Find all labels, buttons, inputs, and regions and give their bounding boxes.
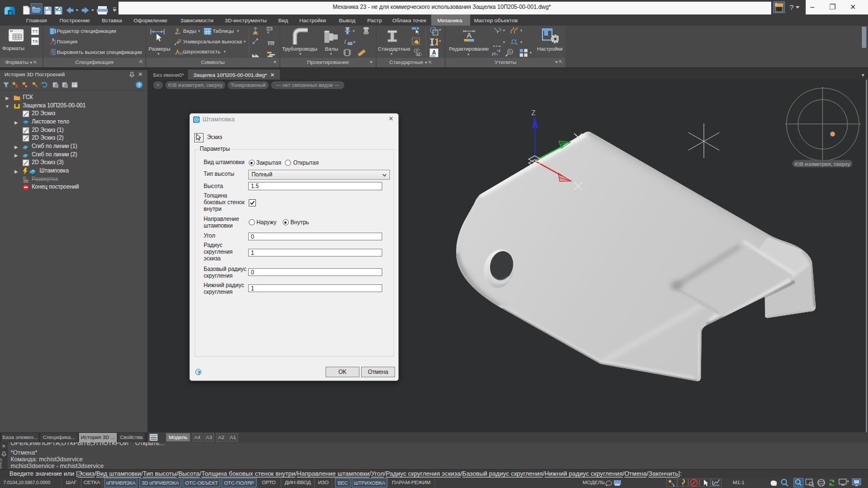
svg-text:5TΔ: 5TΔ xyxy=(268,27,272,30)
svg-text:?: ? xyxy=(790,3,793,12)
svg-text:12: 12 xyxy=(179,51,184,55)
svg-text:f: f xyxy=(344,38,347,44)
svg-text:ЮВ изометрия, сверху: ЮВ изометрия, сверху xyxy=(795,161,850,167)
svg-text:TX: TX xyxy=(32,39,38,44)
svg-text:TT: TT xyxy=(32,29,38,34)
svg-text:A: A xyxy=(176,28,179,32)
svg-text:A: A xyxy=(432,50,436,56)
svg-text:↻: ↻ xyxy=(509,50,512,54)
svg-text:Z: Z xyxy=(531,109,535,117)
svg-text:?: ? xyxy=(137,82,141,88)
svg-text:A: A xyxy=(467,31,472,40)
